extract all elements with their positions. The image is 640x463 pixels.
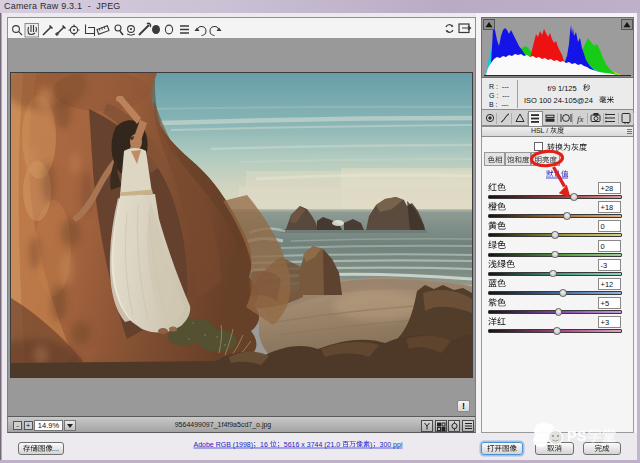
svg-text:fx: fx <box>577 114 584 124</box>
